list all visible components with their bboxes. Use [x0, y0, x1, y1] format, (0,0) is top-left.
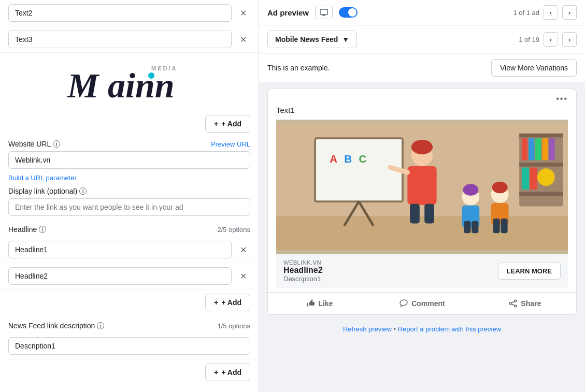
footer-separator: •: [393, 325, 397, 333]
ad-description: Description1: [283, 275, 323, 283]
svg-rect-39: [542, 138, 548, 160]
preview-url-link[interactable]: Preview URL: [211, 140, 250, 148]
next-ad-button[interactable]: ›: [562, 5, 577, 20]
add-headline-label: + Add: [221, 298, 241, 307]
ad-preview-header: Ad preview 1 of 1 ad ‹ ›: [259, 0, 585, 25]
preview-footer: Refresh preview • Report a problem with …: [259, 321, 585, 337]
plus-icon-headline: +: [214, 298, 218, 307]
display-link-header: Display link (optional) i: [8, 187, 250, 195]
svg-point-46: [515, 305, 517, 307]
svg-text:ainn: ainn: [108, 66, 175, 103]
ad-page-counter: 1 of 1 ad: [513, 9, 539, 17]
text3-row: ✕: [0, 26, 259, 53]
add-description-label: + Add: [221, 368, 241, 376]
remove-text3-button[interactable]: ✕: [236, 32, 250, 47]
ad-dots-menu[interactable]: •••: [556, 94, 568, 104]
svg-text:M: M: [67, 66, 100, 103]
right-panel: Ad preview 1 of 1 ad ‹ › Mobile News Fee…: [259, 0, 585, 392]
svg-point-43: [537, 168, 555, 186]
share-button[interactable]: Share: [474, 295, 576, 312]
svg-rect-30: [493, 219, 500, 233]
svg-point-17: [411, 140, 433, 154]
ad-headline: Headline2: [283, 266, 323, 275]
like-button[interactable]: Like: [268, 295, 370, 312]
subheader-nav: 1 of 19 ‹ ›: [519, 32, 577, 47]
svg-rect-4: [320, 9, 327, 14]
like-label: Like: [318, 299, 333, 308]
svg-rect-20: [410, 204, 420, 224]
ad-actions: Like Comment Share: [268, 292, 576, 314]
comment-button[interactable]: Comment: [370, 295, 473, 312]
preview-toggle[interactable]: [339, 7, 358, 18]
headline-label: Headline i: [8, 225, 46, 234]
build-url-param-link[interactable]: Build a URL parameter: [0, 172, 259, 184]
remove-headline2-button[interactable]: ✕: [236, 269, 250, 283]
headline1-input[interactable]: [8, 241, 232, 258]
ad-preview-left: Ad preview: [267, 6, 358, 19]
svg-rect-36: [522, 138, 527, 160]
svg-rect-9: [315, 138, 403, 201]
remove-text2-button[interactable]: ✕: [236, 6, 250, 20]
svg-rect-37: [529, 138, 534, 160]
ad-card: ••• Text1 A B: [267, 89, 577, 315]
website-url-input[interactable]: [8, 151, 250, 169]
display-link-label: Display link (optional) i: [8, 187, 87, 195]
ad-footer: WEBLINK.VN Headline2 Description1 LEARN …: [276, 254, 568, 288]
description1-input[interactable]: [8, 337, 250, 355]
learn-more-button[interactable]: LEARN MORE: [498, 263, 561, 280]
ad-card-body: Text1 A B C: [268, 106, 576, 292]
classroom-illustration: A B C: [276, 120, 568, 254]
text3-input[interactable]: [8, 31, 232, 48]
prev-ad-button[interactable]: ‹: [544, 5, 558, 20]
ad-text: Text1: [276, 106, 568, 114]
share-label: Share: [521, 299, 541, 308]
plus-icon: +: [214, 120, 218, 128]
display-link-input[interactable]: [8, 198, 250, 216]
ad-preview-right: 1 of 1 ad ‹ ›: [513, 5, 577, 20]
website-url-info-icon[interactable]: i: [53, 140, 60, 148]
preview-desktop-icon-btn[interactable]: [315, 6, 333, 19]
desktop-icon: [320, 8, 328, 17]
comment-label: Comment: [411, 299, 445, 308]
mobile-news-feed-button[interactable]: Mobile News Feed ▼: [267, 31, 357, 48]
svg-rect-26: [472, 221, 478, 233]
add-text-label: + Add: [221, 120, 241, 128]
website-url-label: Website URL i: [8, 140, 60, 148]
variation-counter: 1 of 19: [519, 36, 539, 43]
svg-rect-38: [535, 138, 541, 160]
svg-point-45: [509, 302, 511, 304]
share-icon: [508, 299, 518, 308]
view-more-variations-button[interactable]: View More Variations: [491, 59, 577, 77]
newsfeed-label: News Feed link description i: [8, 322, 104, 330]
headline-section-header: Headline i 2/5 options: [0, 219, 259, 237]
report-problem-link[interactable]: Report a problem with this preview: [398, 325, 501, 333]
add-headline-button[interactable]: + + Add: [205, 294, 250, 311]
svg-line-47: [511, 301, 515, 303]
text2-input[interactable]: [8, 4, 232, 22]
svg-rect-21: [424, 204, 434, 224]
newsfeed-section-header: News Feed link description i 1/5 options: [0, 315, 259, 333]
svg-rect-18: [407, 166, 436, 205]
svg-point-28: [492, 182, 508, 194]
svg-rect-40: [549, 138, 554, 160]
refresh-preview-link[interactable]: Refresh preview: [343, 325, 392, 333]
remove-headline1-button[interactable]: ✕: [236, 242, 250, 257]
newsfeed-info-icon[interactable]: i: [97, 322, 104, 329]
variation-info: This is an example. View More Variations: [259, 54, 585, 82]
svg-rect-31: [501, 219, 508, 233]
svg-rect-42: [530, 167, 537, 189]
headline2-input[interactable]: [8, 267, 232, 285]
mobile-news-feed-label: Mobile News Feed: [275, 35, 338, 43]
svg-rect-25: [464, 221, 470, 233]
add-description-button[interactable]: + + Add: [205, 364, 250, 381]
headline-info-icon[interactable]: i: [39, 226, 46, 233]
svg-rect-33: [519, 134, 563, 138]
ad-card-top: •••: [268, 89, 576, 106]
display-link-info-icon[interactable]: i: [79, 187, 87, 195]
svg-rect-41: [522, 167, 529, 189]
ad-image: A B C: [276, 120, 568, 254]
add-text-button[interactable]: + + Add: [205, 115, 250, 133]
prev-variation-button[interactable]: ‹: [544, 32, 558, 47]
next-variation-button[interactable]: ›: [562, 32, 577, 47]
logo-section: MEDIA M ainn: [0, 53, 259, 111]
